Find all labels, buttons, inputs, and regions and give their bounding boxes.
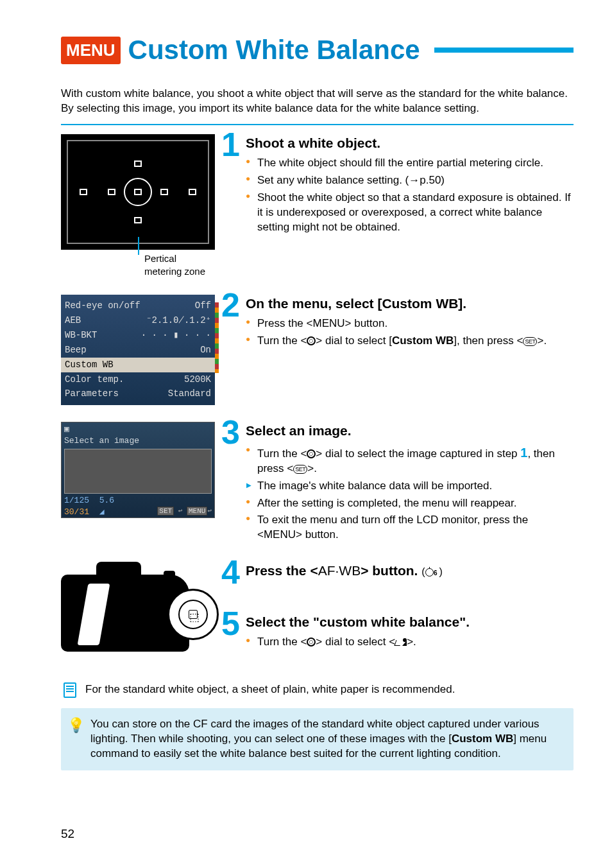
step-bullet: Shoot the white object so that a standar… bbox=[256, 191, 574, 235]
step-bullet: Turn the <> dial to select the image cap… bbox=[256, 444, 574, 476]
footnote: For the standard white object, a sheet o… bbox=[61, 682, 574, 698]
step-2: 2 On the menu, select [Custom WB]. Press… bbox=[246, 295, 574, 405]
step-number: 3 bbox=[221, 419, 240, 446]
dial-icon bbox=[307, 638, 316, 647]
step-bullet: Press the <MENU> button. bbox=[256, 317, 574, 331]
timer-icon: 6 bbox=[425, 568, 434, 577]
step-bullet: The image's white balance data will be i… bbox=[256, 479, 574, 494]
step-bullet: To exit the menu and turn off the LCD mo… bbox=[256, 513, 574, 542]
step-1: 1 Shoot a white object. The white object… bbox=[246, 134, 574, 279]
viewfinder-caption: Pertical metering zone bbox=[61, 252, 215, 279]
step-number: 4 bbox=[221, 559, 240, 586]
select-image-screenshot: ▣Select an image 1/125 5.6 30/31 ◢ SET ↩… bbox=[61, 422, 228, 545]
step-4: 4 Press the <AF·WB> button. (6 ) bbox=[246, 562, 574, 596]
title-rule bbox=[434, 48, 574, 53]
step-heading: On the menu, select [Custom WB]. bbox=[246, 295, 574, 313]
menu-badge: MENU bbox=[61, 37, 121, 64]
step-bullet: The white object should fill the entire … bbox=[256, 156, 574, 171]
step-bullet: Set any white balance setting. (→p.50) bbox=[256, 173, 574, 188]
step-number: 2 bbox=[221, 292, 240, 319]
custom-wb-icon bbox=[395, 638, 407, 646]
intro-text: With custom white balance, you shoot a w… bbox=[61, 87, 574, 116]
dial-icon bbox=[307, 336, 316, 345]
page-title-row: MENU Custom White Balance bbox=[61, 32, 574, 69]
note-icon bbox=[64, 682, 76, 698]
step-heading: Shoot a white object. bbox=[246, 134, 574, 152]
tip-box: 💡 You can store on the CF card the image… bbox=[61, 708, 574, 770]
page-title: Custom White Balance bbox=[128, 32, 420, 69]
step-heading: Press the <AF·WB> button. (6 ) bbox=[246, 562, 574, 580]
footnote-text: For the standard white object, a sheet o… bbox=[85, 682, 455, 697]
step-bullet: Turn the <> dial to select <>. bbox=[256, 635, 574, 650]
camera-illustration: ⬚ bbox=[61, 562, 228, 664]
step-number: 1 bbox=[221, 132, 240, 159]
step-5: 5 Select the "custom white balance". Tur… bbox=[246, 613, 574, 664]
step-heading: Select the "custom white balance". bbox=[246, 613, 574, 631]
step-heading: Select an image. bbox=[246, 422, 574, 440]
dial-icon bbox=[307, 449, 316, 458]
step-number: 5 bbox=[221, 611, 240, 638]
lightbulb-icon: 💡 bbox=[67, 716, 85, 735]
separator bbox=[61, 124, 574, 125]
step-3: 3 Select an image. Turn the <> dial to s… bbox=[246, 422, 574, 545]
step-bullet: After the setting is completed, the menu… bbox=[256, 496, 574, 511]
viewfinder-illustration: Pertical metering zone bbox=[61, 134, 215, 279]
step-bullet: Turn the <> dial to select [Custom WB], … bbox=[256, 334, 574, 349]
page-number: 52 bbox=[61, 826, 74, 842]
set-icon: SET bbox=[293, 465, 307, 474]
menu-screenshot: Red-eye on/offOff AEB⁻2.1.0̸.1.2⁺ WB-BKT… bbox=[61, 295, 215, 405]
set-icon: SET bbox=[523, 337, 537, 346]
